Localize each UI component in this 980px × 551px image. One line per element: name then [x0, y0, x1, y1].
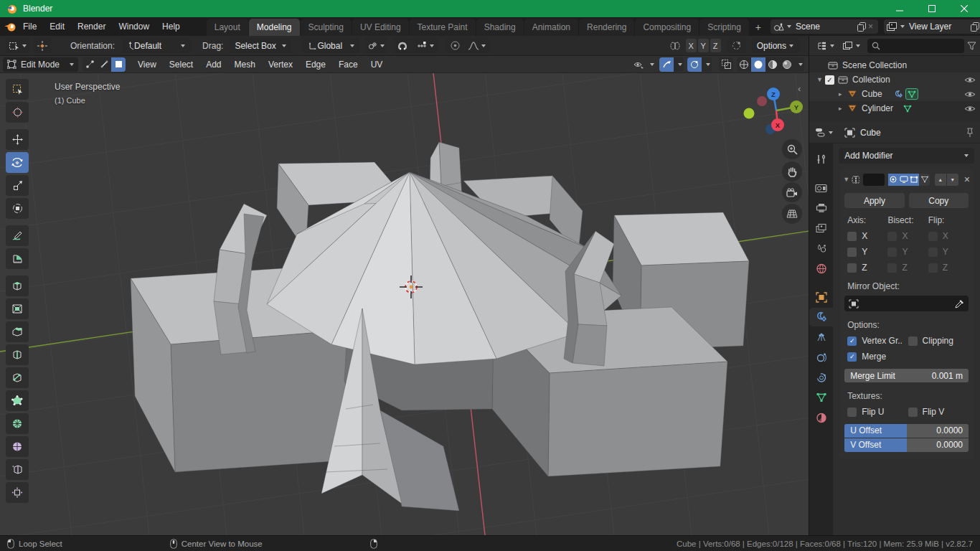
knife-tool[interactable] — [6, 367, 29, 388]
modifier-oncage-toggle[interactable] — [919, 174, 929, 186]
tab-tool[interactable] — [809, 150, 833, 169]
cursor-tool[interactable] — [6, 102, 29, 123]
menu-window[interactable]: Window — [112, 17, 156, 36]
move-tool[interactable] — [6, 129, 29, 150]
modifier-realtime-toggle[interactable] — [899, 174, 909, 186]
toggle-ortho-button[interactable] — [782, 204, 802, 224]
cube-expand-arrow[interactable]: ▸ — [839, 90, 847, 98]
modifier-delete-button[interactable]: × — [964, 174, 970, 185]
axis-y-checkbox[interactable] — [847, 248, 857, 257]
smooth-tool[interactable] — [6, 436, 29, 457]
u-offset-slider[interactable]: U Offset 0.0000 — [844, 424, 969, 438]
mirror-y-toggle[interactable]: Y — [698, 39, 709, 52]
new-view-layer-icon[interactable] — [971, 22, 979, 32]
mirror-x-toggle[interactable]: X — [686, 39, 697, 52]
rendered-shading-button[interactable] — [780, 57, 794, 72]
pan-view-button[interactable] — [782, 161, 802, 182]
bisect-x-checkbox[interactable] — [887, 232, 897, 241]
viewport-menu-select[interactable]: Select — [163, 60, 199, 70]
tab-object[interactable] — [809, 288, 833, 306]
workspace-tab-compositing[interactable]: Compositing — [635, 19, 699, 36]
v-offset-slider[interactable]: V Offset 0.0000 — [844, 438, 969, 452]
bisect-y-checkbox[interactable] — [887, 248, 897, 257]
modifier-move-up-button[interactable]: ▲ — [935, 174, 946, 186]
properties-editor-chevron[interactable] — [829, 131, 833, 134]
view-layer-name[interactable]: View Layer — [905, 22, 971, 32]
maximize-button[interactable] — [915, 0, 948, 17]
axis-z-checkbox[interactable] — [847, 263, 857, 273]
tab-output[interactable] — [809, 199, 833, 217]
cube-editmode-data-icon[interactable] — [905, 88, 918, 100]
shrink-fatten-tool[interactable] — [6, 482, 29, 503]
shading-chevron[interactable] — [794, 57, 804, 72]
object-visibility-dropdown[interactable] — [631, 57, 646, 72]
add-workspace-button[interactable]: + — [750, 19, 767, 36]
camera-view-button[interactable] — [782, 182, 802, 202]
properties-editor-icon[interactable] — [815, 128, 826, 138]
mirror-z-toggle[interactable]: Z — [710, 39, 721, 52]
outliner-display-mode-dropdown[interactable] — [840, 38, 863, 53]
collection-visibility-eye-icon[interactable] — [964, 76, 976, 84]
active-tool-dropdown[interactable] — [6, 38, 30, 53]
solid-shading-button[interactable] — [751, 57, 765, 72]
tab-view-layer[interactable] — [809, 219, 833, 237]
edge-slide-tool[interactable] — [6, 459, 29, 480]
measure-tool[interactable] — [6, 248, 29, 269]
workspace-tab-uv-editing[interactable]: UV Editing — [352, 19, 409, 36]
vertex-groups-checkbox[interactable]: ✓ — [847, 336, 857, 346]
outliner-row-collection[interactable]: ▼ ✓ Collection — [809, 72, 980, 87]
scene-name[interactable]: Scene — [791, 22, 857, 32]
menu-file[interactable]: File — [17, 17, 43, 36]
minimize-button[interactable] — [883, 0, 915, 17]
collection-label[interactable]: Collection — [852, 75, 890, 85]
mirror-object-field[interactable] — [844, 296, 969, 311]
xray-toggle[interactable] — [719, 57, 733, 72]
flip-x-checkbox[interactable] — [928, 232, 938, 241]
vertex-select-mode-button[interactable] — [83, 57, 97, 72]
mesh-object[interactable] — [131, 142, 749, 511]
tab-constraints[interactable] — [809, 368, 833, 387]
eyedropper-icon[interactable] — [955, 299, 964, 309]
menu-render[interactable]: Render — [71, 17, 112, 36]
inset-faces-tool[interactable] — [6, 298, 29, 319]
viewport-menu-face[interactable]: Face — [332, 60, 364, 70]
cylinder-label[interactable]: Cylinder — [862, 103, 893, 113]
pivot-point-dropdown[interactable] — [364, 38, 387, 53]
mode-dropdown[interactable]: Edit Mode — [3, 57, 78, 72]
collection-expand-arrow[interactable]: ▼ — [816, 76, 825, 83]
workspace-tab-rendering[interactable]: Rendering — [579, 19, 634, 36]
menu-edit[interactable]: Edit — [43, 17, 71, 36]
show-overlays-toggle[interactable] — [687, 57, 702, 72]
viewport-menu-uv[interactable]: UV — [364, 60, 390, 70]
flip-u-checkbox[interactable] — [847, 408, 857, 417]
transform-options-icon[interactable] — [727, 38, 746, 53]
tool-gizmos-icon[interactable] — [33, 38, 52, 53]
axis-neg-y-ball[interactable] — [744, 108, 755, 119]
apply-button[interactable]: Apply — [844, 193, 904, 208]
view-layer-selector[interactable]: View Layer × — [884, 19, 980, 34]
outliner-row-cube[interactable]: ▸ Cube — [809, 87, 980, 101]
spin-tool[interactable] — [6, 413, 29, 434]
modifier-editmode-toggle[interactable] — [909, 174, 919, 186]
copy-button[interactable]: Copy — [909, 193, 969, 208]
workspace-tab-animation[interactable]: Animation — [524, 19, 578, 36]
add-modifier-dropdown[interactable]: Add Modifier — [839, 148, 974, 164]
select-box-tool[interactable] — [6, 79, 29, 100]
collection-checkbox[interactable]: ✓ — [825, 75, 834, 85]
flip-y-checkbox[interactable] — [928, 248, 938, 257]
blender-app-icon[interactable] — [4, 17, 17, 36]
scene-collection-label[interactable]: Scene Collection — [842, 60, 907, 70]
options-dropdown[interactable]: Options — [752, 38, 798, 53]
close-button[interactable] — [948, 0, 980, 17]
bisect-z-checkbox[interactable] — [887, 263, 897, 273]
menu-help[interactable]: Help — [156, 17, 187, 36]
snap-toggle[interactable] — [393, 38, 412, 53]
cube-label[interactable]: Cube — [862, 89, 882, 99]
modifier-render-toggle[interactable] — [888, 174, 898, 186]
tab-scene[interactable] — [809, 239, 833, 258]
tab-object-data[interactable] — [809, 388, 833, 407]
navigation-gizmo[interactable]: Z Y X — [739, 79, 808, 141]
tab-modifiers[interactable] — [809, 308, 833, 326]
bevel-tool[interactable] — [6, 321, 29, 342]
gizmo-settings-chevron[interactable] — [674, 57, 684, 72]
